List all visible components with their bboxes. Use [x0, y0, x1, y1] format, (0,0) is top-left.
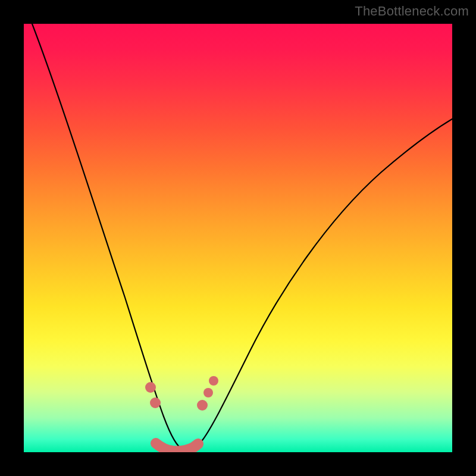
chart-frame: TheBottleneck.com [0, 0, 476, 476]
bead-right-2 [203, 388, 213, 397]
bottleneck-curve [32, 24, 452, 450]
bead-right-3 [209, 376, 218, 386]
bead-left-1 [145, 382, 156, 393]
plot-area [24, 24, 452, 452]
bead-left-2 [150, 397, 161, 408]
bead-right-1 [197, 400, 208, 411]
watermark-text: TheBottleneck.com [355, 4, 469, 19]
curve-svg [24, 24, 452, 452]
